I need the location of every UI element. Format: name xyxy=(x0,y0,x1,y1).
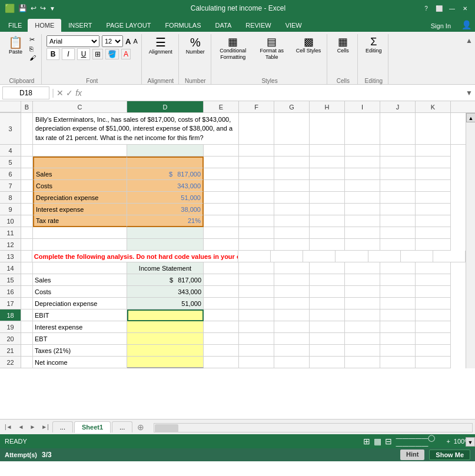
cell-k19[interactable] xyxy=(416,321,451,333)
cell-k18[interactable] xyxy=(416,309,451,321)
row-header-10[interactable]: 10 xyxy=(0,215,21,227)
cell-d16[interactable]: 343,000 xyxy=(127,286,204,298)
cell-f15[interactable] xyxy=(239,274,274,286)
cell-c3[interactable]: Billy's Exterminators, Inc., has sales o… xyxy=(33,113,239,145)
cell-b21[interactable] xyxy=(21,345,33,357)
tab-insert[interactable]: INSERT xyxy=(61,19,99,32)
cell-i22[interactable] xyxy=(345,357,380,368)
cell-b18[interactable] xyxy=(21,309,33,321)
tab-home[interactable]: HOME xyxy=(28,19,61,32)
row-header-9[interactable]: 9 xyxy=(0,204,21,215)
cell-k21[interactable] xyxy=(416,345,451,357)
cell-g22[interactable] xyxy=(274,357,310,368)
vertical-scrollbar[interactable]: ▲ ▼ xyxy=(466,113,475,368)
show-me-button[interactable]: Show Me xyxy=(429,450,470,460)
cell-i14[interactable] xyxy=(345,262,380,274)
cell-k13[interactable] xyxy=(433,251,466,262)
cell-j7[interactable] xyxy=(380,180,416,192)
cell-j16[interactable] xyxy=(380,286,416,298)
cell-g16[interactable] xyxy=(274,286,310,298)
cell-g7[interactable] xyxy=(274,180,310,192)
cell-e5[interactable] xyxy=(204,157,239,168)
confirm-formula-icon[interactable]: ✓ xyxy=(66,88,73,98)
cell-f14[interactable] xyxy=(239,262,274,274)
cell-i12[interactable] xyxy=(345,239,380,251)
format-table-button[interactable]: ▤ Format as Table xyxy=(255,35,289,62)
row-header-13[interactable]: 13 xyxy=(0,251,21,262)
cell-b17[interactable] xyxy=(21,298,33,309)
cell-d18-active[interactable] xyxy=(127,309,204,321)
cell-h17[interactable] xyxy=(310,298,345,309)
col-header-c[interactable]: C xyxy=(33,101,127,112)
cell-k12[interactable] xyxy=(416,239,451,251)
sheet-nav-next[interactable]: ► xyxy=(27,422,38,431)
zoom-slider[interactable]: —————◯————— xyxy=(396,434,443,449)
cell-b8[interactable] xyxy=(21,192,33,204)
col-header-e[interactable]: E xyxy=(204,101,239,112)
cell-f11[interactable] xyxy=(239,227,274,239)
restore-btn[interactable]: ⬜ xyxy=(434,3,444,14)
close-btn[interactable]: ✕ xyxy=(460,3,470,14)
cell-d9[interactable]: 38,000 xyxy=(127,204,204,215)
cell-h22[interactable] xyxy=(310,357,345,368)
cell-k11[interactable] xyxy=(416,227,451,239)
cell-c5[interactable] xyxy=(33,157,127,168)
cell-e9[interactable] xyxy=(204,204,239,215)
cell-b4[interactable] xyxy=(21,145,33,157)
cell-d21[interactable] xyxy=(127,345,204,357)
add-sheet-btn[interactable]: ⊕ xyxy=(134,422,148,432)
tab-view[interactable]: VIEW xyxy=(278,19,309,32)
cell-b11[interactable] xyxy=(21,227,33,239)
cell-f19[interactable] xyxy=(239,321,274,333)
cell-c20[interactable]: EBT xyxy=(33,333,127,345)
row-header-6[interactable]: 6 xyxy=(0,168,21,180)
bold-button[interactable]: B xyxy=(46,48,59,60)
quick-save-icon[interactable]: 💾 xyxy=(18,4,27,12)
cell-j14[interactable] xyxy=(380,262,416,274)
cell-f16[interactable] xyxy=(239,286,274,298)
number-button[interactable]: % Number xyxy=(184,35,207,56)
cell-c13[interactable]: Complete the following analysis. Do not … xyxy=(32,251,238,262)
cell-i19[interactable] xyxy=(345,321,380,333)
cell-j9[interactable] xyxy=(380,204,416,215)
cell-c8[interactable]: Depreciation expense xyxy=(33,192,127,204)
cell-g20[interactable] xyxy=(274,333,310,345)
cell-c16[interactable]: Costs xyxy=(33,286,127,298)
cell-e17[interactable] xyxy=(204,298,239,309)
cell-k8[interactable] xyxy=(416,192,451,204)
cell-i15[interactable] xyxy=(345,274,380,286)
row-header-8[interactable]: 8 xyxy=(0,192,21,204)
cell-h7[interactable] xyxy=(310,180,345,192)
row-header-15[interactable]: 15 xyxy=(0,274,21,286)
cell-b19[interactable] xyxy=(21,321,33,333)
cell-c19[interactable]: Interest expense xyxy=(33,321,127,333)
row-header-12[interactable]: 12 xyxy=(0,239,21,251)
cell-d11[interactable] xyxy=(127,227,204,239)
cell-c12[interactable] xyxy=(33,239,127,251)
cell-g11[interactable] xyxy=(274,227,310,239)
cell-d22[interactable] xyxy=(127,357,204,368)
row-header-11[interactable]: 11 xyxy=(0,227,21,239)
minimize-btn[interactable]: — xyxy=(447,3,457,14)
cell-i18[interactable] xyxy=(345,309,380,321)
cell-c9[interactable]: Interest expense xyxy=(33,204,127,215)
normal-view-icon[interactable]: ⊞ xyxy=(363,437,370,446)
row-header-3[interactable]: 3 xyxy=(0,113,21,145)
cell-e18[interactable] xyxy=(204,309,239,321)
row-header-5[interactable]: 5 xyxy=(0,157,21,168)
cell-i8[interactable] xyxy=(345,192,380,204)
cell-b15[interactable] xyxy=(21,274,33,286)
cell-c18[interactable]: EBIT xyxy=(33,309,127,321)
cell-styles-button[interactable]: ▩ Cell Styles xyxy=(294,35,324,55)
cell-d12[interactable] xyxy=(127,239,204,251)
cut-button[interactable]: ✂ xyxy=(28,35,38,44)
font-size-select[interactable]: 12 xyxy=(102,35,123,47)
cell-e10[interactable] xyxy=(204,215,239,227)
cell-f18[interactable] xyxy=(239,309,274,321)
cell-c6[interactable]: Sales xyxy=(33,168,127,180)
cell-c21[interactable]: Taxes (21%) xyxy=(33,345,127,357)
cell-j20[interactable] xyxy=(380,333,416,345)
cell-e7[interactable] xyxy=(204,180,239,192)
cell-i5[interactable] xyxy=(345,157,380,168)
cell-f17[interactable] xyxy=(239,298,274,309)
